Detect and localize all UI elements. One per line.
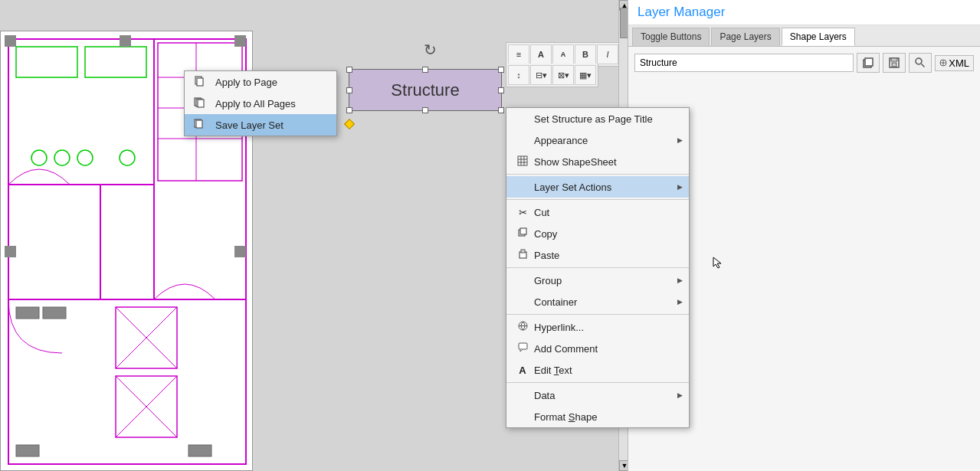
- menu-group[interactable]: Group: [506, 270, 689, 291]
- apply-all-pages-label: Apply to All Pages: [215, 98, 296, 110]
- svg-rect-35: [891, 58, 897, 61]
- menu-show-shapesheet[interactable]: Show ShapeSheet: [506, 151, 689, 172]
- pos-btn[interactable]: ⊠▾: [552, 65, 574, 85]
- separator-3: [506, 267, 689, 268]
- menu-comment-label: Add Comment: [534, 343, 680, 355]
- menu-cut-label: Cut: [534, 207, 680, 218]
- svg-rect-22: [5, 35, 16, 47]
- menu-data[interactable]: Data: [506, 384, 689, 406]
- menu-set-page-title[interactable]: Set Structure as Page Title: [506, 108, 689, 129]
- menu-hyperlink[interactable]: Hyperlink...: [506, 316, 689, 338]
- handle-br[interactable]: [498, 107, 504, 113]
- menu-shapesheet-label: Show ShapeSheet: [534, 156, 680, 168]
- handle-bm[interactable]: [422, 107, 428, 113]
- copy-icon: [862, 57, 874, 69]
- menu-format-shape[interactable]: Format Shape: [506, 406, 689, 427]
- layer-manager-header: Layer Manager: [628, 0, 980, 25]
- font-shrink-btn[interactable]: A: [552, 44, 574, 64]
- search-btn[interactable]: [909, 53, 932, 73]
- hyperlink-icon: [516, 321, 529, 333]
- layer-search-row: XML: [634, 53, 974, 73]
- shapesheet-icon: [516, 155, 529, 168]
- font-grow-btn[interactable]: A: [530, 44, 552, 64]
- handle-tm[interactable]: [422, 67, 428, 73]
- layer-content: XML: [628, 47, 980, 83]
- svg-rect-49: [521, 250, 525, 253]
- save-layer-icon: [194, 119, 209, 132]
- menu-layer-set-actions[interactable]: Layer Set Actions: [506, 176, 689, 198]
- layer-search-input[interactable]: [634, 54, 854, 72]
- svg-rect-25: [5, 246, 16, 257]
- handle-ml[interactable]: [346, 87, 352, 93]
- edit-text-icon: A: [516, 365, 529, 376]
- tab-shape-layers[interactable]: Shape Layers: [782, 28, 855, 46]
- menu-data-label: Data: [534, 390, 680, 401]
- svg-rect-54: [197, 78, 203, 86]
- svg-rect-23: [120, 35, 131, 47]
- save-layer-label: Save Layer Set: [215, 119, 284, 131]
- apply-all-pages-icon: [194, 97, 209, 110]
- svg-rect-59: [196, 120, 202, 128]
- menu-hyperlink-label: Hyperlink...: [534, 322, 680, 333]
- separator-5: [506, 382, 689, 383]
- apply-page-icon: [194, 76, 209, 89]
- cut-icon: ✂: [516, 207, 529, 218]
- menu-copy-label: Copy: [534, 228, 680, 240]
- italic-btn[interactable]: I: [597, 44, 618, 64]
- copy-layers-btn[interactable]: [857, 53, 880, 73]
- separator-2: [506, 199, 689, 200]
- svg-point-36: [916, 58, 922, 64]
- tab-page-layers[interactable]: Page Layers: [711, 28, 779, 46]
- handle-bl[interactable]: [346, 107, 352, 113]
- menu-format-shape-label: Format Shape: [534, 411, 680, 423]
- text-align-btn[interactable]: ≡: [508, 44, 529, 64]
- menu-add-comment[interactable]: Add Comment: [506, 338, 689, 359]
- separator-1: [506, 174, 689, 175]
- submenu-save-layer-set[interactable]: Save Layer Set: [185, 114, 336, 136]
- menu-group-label: Group: [534, 275, 680, 286]
- svg-rect-52: [519, 343, 527, 349]
- separator-4: [506, 314, 689, 315]
- paste-icon: [516, 249, 529, 261]
- svg-rect-32: [865, 58, 873, 66]
- expand-icon: [939, 59, 947, 67]
- handle-tl[interactable]: [346, 67, 352, 73]
- arrange2-btn[interactable]: ▦▾: [575, 65, 596, 85]
- svg-rect-47: [520, 228, 526, 234]
- xml-label: XML: [949, 57, 969, 69]
- layer-manager-title: Layer Manager: [637, 5, 725, 19]
- menu-container[interactable]: Container: [506, 291, 689, 312]
- position-toolbar: ↕ ⊟▾ ⊠▾ ▦▾: [506, 64, 598, 87]
- tab-toggle-buttons[interactable]: Toggle Buttons: [632, 28, 710, 46]
- menu-edit-text[interactable]: A Edit Text: [506, 359, 689, 381]
- menu-appearance[interactable]: Appearance: [506, 129, 689, 151]
- handle-tr[interactable]: [498, 67, 504, 73]
- handle-mr[interactable]: [498, 87, 504, 93]
- menu-set-page-title-label: Set Structure as Page Title: [534, 113, 680, 125]
- layer-tabs: Toggle Buttons Page Layers Shape Layers: [628, 25, 980, 47]
- menu-layer-set-label: Layer Set Actions: [534, 182, 680, 193]
- save-layers-btn[interactable]: [883, 53, 906, 73]
- menu-paste-label: Paste: [534, 250, 680, 261]
- apply-page-label: Apply to Page: [215, 77, 277, 88]
- copy-menu-icon: [516, 227, 529, 240]
- menu-copy[interactable]: Copy: [506, 223, 689, 244]
- submenu-apply-all-pages[interactable]: Apply to All Pages: [185, 93, 336, 114]
- menu-paste[interactable]: Paste: [506, 244, 689, 266]
- structure-label: Structure: [391, 80, 459, 100]
- rotate-handle[interactable]: ↻: [424, 41, 437, 59]
- menu-cut[interactable]: ✂ Cut: [506, 201, 689, 223]
- align2-btn[interactable]: ⊟▾: [530, 65, 552, 85]
- context-menu: Set Structure as Page Title Appearance S…: [506, 107, 690, 428]
- svg-rect-20: [16, 445, 39, 456]
- svg-rect-18: [16, 307, 39, 319]
- submenu-apply-to-page[interactable]: Apply to Page: [185, 71, 336, 93]
- bold-btn[interactable]: B: [575, 44, 596, 64]
- xml-toggle-btn[interactable]: XML: [935, 55, 974, 71]
- structure-shape[interactable]: Structure: [349, 69, 502, 111]
- save-icon: [888, 57, 900, 69]
- layer-set-submenu: Apply to Page Apply to All Pages Save La…: [184, 70, 337, 136]
- svg-line-37: [922, 64, 925, 67]
- svg-rect-24: [234, 35, 246, 47]
- size-pos-btn[interactable]: ↕: [508, 65, 529, 85]
